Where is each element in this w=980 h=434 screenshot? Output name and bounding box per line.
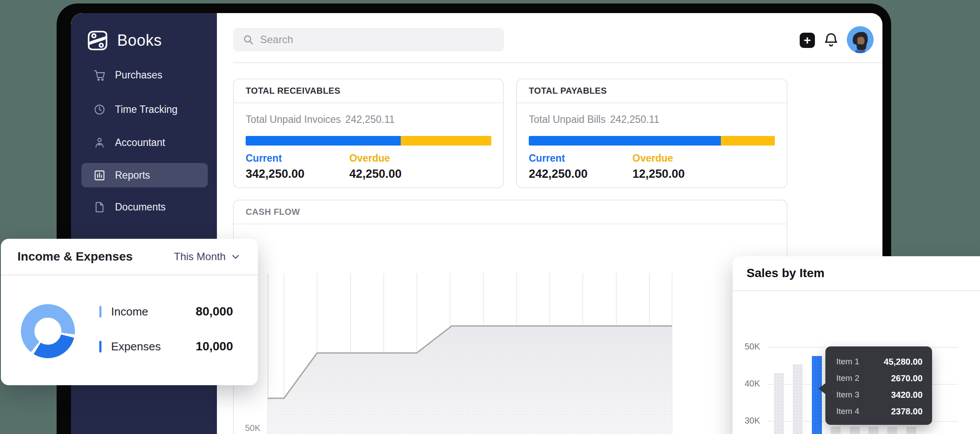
sales-bar[interactable] bbox=[887, 427, 897, 434]
sales-bar[interactable] bbox=[906, 427, 916, 434]
chevron-down-icon bbox=[231, 252, 240, 261]
tooltip-row: Item 1 45,280.00 bbox=[836, 353, 923, 370]
app-title: Books bbox=[117, 31, 162, 50]
tooltip-row: Item 2 2670.00 bbox=[836, 370, 923, 387]
notifications-bell-icon[interactable] bbox=[823, 32, 839, 48]
expenses-value: 10,000 bbox=[196, 339, 233, 353]
current-label: Current bbox=[246, 153, 349, 164]
overdue-value: 12,250.00 bbox=[632, 167, 736, 181]
overdue-label: Overdue bbox=[632, 153, 736, 164]
document-icon bbox=[94, 201, 105, 213]
legend-row-expenses: Expenses 10,000 bbox=[99, 340, 233, 353]
payables-progress-bar bbox=[529, 136, 775, 146]
current-value: 242,250.00 bbox=[529, 167, 632, 181]
sidebar-item-label: Documents bbox=[115, 201, 166, 213]
person-icon bbox=[94, 137, 105, 149]
sales-by-item-card: Sales by Item 50K 40K 30K 10K Item 1 45,… bbox=[733, 256, 980, 434]
sidebar-item-reports[interactable]: Reports bbox=[81, 163, 208, 187]
cash-flow-card: CASH FLOW bbox=[233, 200, 787, 434]
add-button[interactable]: + bbox=[800, 33, 815, 48]
user-avatar[interactable] bbox=[847, 26, 874, 53]
income-expenses-card: Income & Expenses This Month Income 80,0… bbox=[1, 239, 258, 385]
current-segment bbox=[246, 136, 401, 146]
search-icon bbox=[243, 34, 254, 45]
sales-ytick-40k: 40K bbox=[740, 379, 760, 389]
tooltip-row: Item 3 3420.00 bbox=[836, 387, 923, 403]
sales-bar[interactable] bbox=[831, 427, 841, 434]
search-placeholder: Search bbox=[260, 34, 293, 46]
total-receivables-card: TOTAL RECEIVABLES Total Unpaid Invoices2… bbox=[233, 78, 504, 188]
app-logo[interactable]: Books bbox=[85, 28, 162, 53]
screenshot-stage: Books Purchases Time Tracking Acc bbox=[0, 0, 980, 434]
sales-ytick-30k: 30K bbox=[740, 416, 760, 426]
income-tick-icon bbox=[99, 306, 101, 318]
plus-icon: + bbox=[804, 34, 811, 47]
avatar-image bbox=[847, 26, 874, 53]
sidebar-item-label: Time Tracking bbox=[115, 104, 178, 115]
sales-bar[interactable] bbox=[850, 427, 860, 434]
sidebar-item-documents[interactable]: Documents bbox=[81, 195, 208, 219]
cart-icon bbox=[94, 69, 105, 81]
income-expenses-donut-chart bbox=[21, 304, 75, 358]
overdue-segment bbox=[721, 136, 775, 146]
legend-row-income: Income 80,000 bbox=[99, 305, 233, 318]
sales-bar[interactable] bbox=[793, 364, 803, 434]
income-expenses-title: Income & Expenses bbox=[17, 250, 133, 264]
sales-bar[interactable] bbox=[774, 373, 784, 434]
current-value: 342,250.00 bbox=[246, 167, 349, 181]
cashflow-ytick-50k: 50K bbox=[243, 423, 260, 433]
sidebar-item-label: Reports bbox=[115, 170, 150, 181]
sidebar-item-purchases[interactable]: Purchases bbox=[81, 63, 208, 87]
bar-chart-icon bbox=[94, 170, 105, 181]
expenses-label: Expenses bbox=[111, 340, 161, 353]
income-value: 80,000 bbox=[196, 305, 233, 319]
topbar-divider bbox=[233, 62, 882, 63]
current-segment bbox=[529, 136, 721, 146]
sidebar-item-time-tracking[interactable]: Time Tracking bbox=[81, 97, 208, 122]
period-value: This Month bbox=[174, 251, 226, 263]
receivables-title: TOTAL RECEIVABLES bbox=[246, 86, 341, 96]
receivables-subtitle: Total Unpaid Invoices242,250.11 bbox=[246, 114, 491, 125]
expenses-tick-icon bbox=[99, 341, 101, 353]
sales-tooltip: Item 1 45,280.00 Item 2 2670.00 Item 3 3… bbox=[825, 346, 932, 425]
sales-bar-highlighted[interactable] bbox=[812, 356, 822, 434]
sidebar-item-label: Purchases bbox=[115, 69, 162, 81]
payables-title: TOTAL PAYABLES bbox=[529, 86, 607, 96]
current-label: Current bbox=[529, 153, 632, 164]
sales-by-item-title: Sales by Item bbox=[747, 266, 825, 280]
sidebar-item-label: Accountant bbox=[115, 137, 165, 149]
overdue-segment bbox=[401, 136, 491, 146]
receivables-progress-bar bbox=[246, 136, 491, 146]
cash-flow-area-chart bbox=[234, 224, 788, 434]
income-label: Income bbox=[111, 305, 148, 319]
search-input[interactable]: Search bbox=[233, 28, 504, 51]
period-dropdown[interactable]: This Month bbox=[174, 251, 240, 263]
payables-subtitle: Total Unpaid Bills242,250.11 bbox=[529, 114, 775, 125]
overdue-value: 42,250.00 bbox=[349, 167, 453, 181]
cash-flow-title: CASH FLOW bbox=[246, 207, 300, 217]
sales-bar[interactable] bbox=[868, 427, 879, 434]
sidebar-item-accountant[interactable]: Accountant bbox=[81, 130, 208, 155]
sales-ytick-50k: 50K bbox=[740, 342, 760, 352]
sales-bar-chart: 50K 40K 30K 10K Item 1 45,280.00 Item 2 … bbox=[733, 291, 980, 434]
tooltip-row: Item 4 2378.00 bbox=[836, 403, 923, 420]
overdue-label: Overdue bbox=[349, 153, 453, 164]
books-logo-icon bbox=[85, 28, 110, 53]
clock-icon bbox=[94, 104, 105, 115]
total-payables-card: TOTAL PAYABLES Total Unpaid Bills242,250… bbox=[516, 78, 787, 188]
